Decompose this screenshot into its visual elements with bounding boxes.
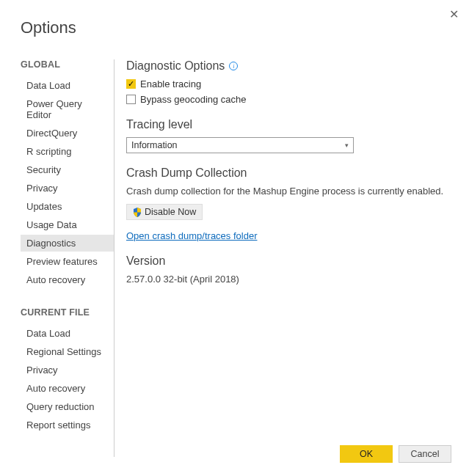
- window-title: Options: [0, 0, 469, 37]
- sidebar-item-diagnostics[interactable]: Diagnostics: [21, 235, 114, 252]
- sidebar-section-current-file: CURRENT FILE: [21, 307, 114, 318]
- diagnostic-options-heading: Diagnostic Options: [126, 59, 225, 73]
- sidebar-item-cf-privacy[interactable]: Privacy: [21, 362, 114, 378]
- cancel-button[interactable]: Cancel: [399, 445, 451, 463]
- crash-dump-description: Crash dump collection for the Mashup Eng…: [126, 186, 454, 197]
- sidebar-item-power-query-editor[interactable]: Power Query Editor: [21, 95, 114, 123]
- enable-tracing-checkbox[interactable]: ✓ Enable tracing: [126, 78, 454, 89]
- open-crash-dump-link[interactable]: Open crash dump/traces folder: [126, 230, 257, 241]
- sidebar-item-cf-query-reduction[interactable]: Query reduction: [21, 398, 114, 415]
- dialog-footer: OK Cancel: [340, 445, 451, 463]
- sidebar-item-cf-regional-settings[interactable]: Regional Settings: [21, 343, 114, 360]
- sidebar-item-auto-recovery[interactable]: Auto recovery: [21, 271, 114, 288]
- checkbox-checked-icon: ✓: [126, 79, 136, 89]
- close-icon[interactable]: ✕: [449, 9, 459, 21]
- bypass-geocoding-checkbox[interactable]: Bypass geocoding cache: [126, 94, 454, 105]
- enable-tracing-label: Enable tracing: [140, 78, 201, 89]
- info-icon[interactable]: i: [229, 62, 238, 70]
- crash-dump-heading: Crash Dump Collection: [126, 166, 454, 180]
- sidebar-item-cf-report-settings[interactable]: Report settings: [21, 417, 114, 433]
- sidebar-item-updates[interactable]: Updates: [21, 198, 114, 215]
- checkbox-unchecked-icon: [126, 95, 136, 104]
- sidebar-item-cf-data-load[interactable]: Data Load: [21, 325, 114, 342]
- shield-icon: [133, 208, 142, 217]
- sidebar-item-security[interactable]: Security: [21, 161, 114, 178]
- sidebar-item-cf-auto-recovery[interactable]: Auto recovery: [21, 380, 114, 397]
- sidebar: GLOBAL Data Load Power Query Editor Dire…: [21, 59, 114, 457]
- tracing-level-select[interactable]: Information ▾: [126, 137, 354, 153]
- version-heading: Version: [126, 255, 454, 268]
- disable-now-label: Disable Now: [145, 207, 196, 217]
- sidebar-item-directquery[interactable]: DirectQuery: [21, 125, 114, 142]
- chevron-down-icon: ▾: [345, 142, 349, 149]
- sidebar-item-preview-features[interactable]: Preview features: [21, 253, 114, 270]
- content-panel: Diagnostic Options i ✓ Enable tracing By…: [114, 59, 469, 457]
- sidebar-item-usage-data[interactable]: Usage Data: [21, 216, 114, 233]
- bypass-geocoding-label: Bypass geocoding cache: [140, 94, 247, 105]
- sidebar-item-data-load[interactable]: Data Load: [21, 77, 114, 94]
- version-value: 2.57.0.0 32-bit (April 2018): [126, 274, 454, 285]
- ok-button[interactable]: OK: [340, 445, 393, 463]
- disable-now-button[interactable]: Disable Now: [126, 204, 203, 220]
- tracing-level-value: Information: [131, 140, 178, 150]
- sidebar-item-privacy[interactable]: Privacy: [21, 180, 114, 197]
- tracing-level-heading: Tracing level: [126, 118, 454, 131]
- sidebar-item-r-scripting[interactable]: R scripting: [21, 143, 114, 160]
- sidebar-section-global: GLOBAL: [21, 59, 114, 70]
